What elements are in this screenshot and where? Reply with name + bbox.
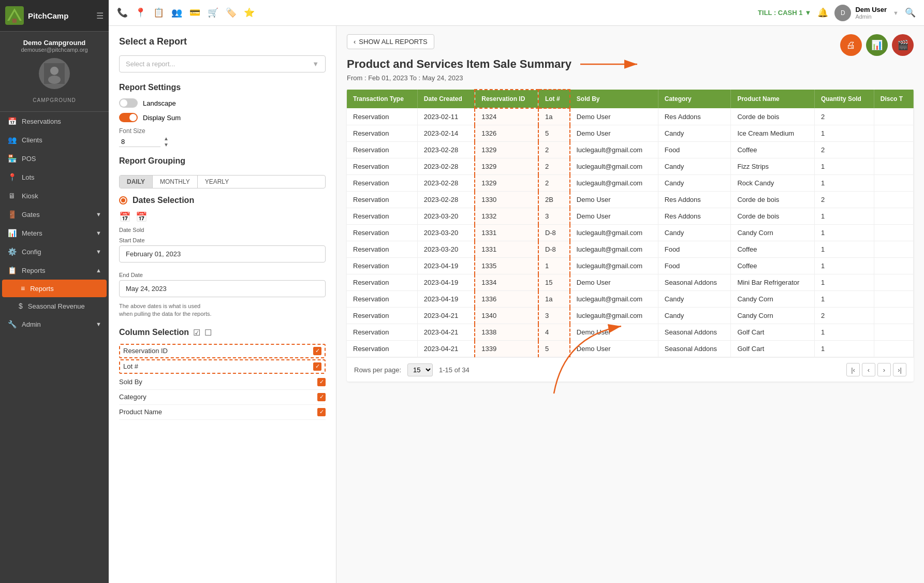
- col-checkbox-reservation-id[interactable]: ✓: [313, 347, 321, 355]
- sidebar-item-pos[interactable]: 🏪 POS: [0, 149, 109, 168]
- end-date-label: End Date: [119, 272, 326, 278]
- sidebar-item-kiosk[interactable]: 🖥 Kiosk: [0, 186, 109, 205]
- cart-icon[interactable]: 🛒: [208, 7, 218, 18]
- clipboard-icon[interactable]: 📋: [153, 7, 164, 18]
- uncheck-all-icon[interactable]: ☐: [204, 328, 212, 338]
- table-cell: Reservation: [347, 175, 417, 192]
- table-row: Reservation2023-04-19133415Demo UserSeas…: [347, 274, 914, 291]
- display-sum-label: Display Sum: [143, 114, 181, 122]
- title-annotation: [578, 56, 640, 72]
- sidebar-item-meters[interactable]: 📊 Meters ▼: [0, 224, 109, 242]
- print-button[interactable]: 🖨: [840, 34, 862, 56]
- th-quantity-sold: Quantity Sold: [814, 90, 874, 108]
- menu-icon[interactable]: ☰: [96, 11, 104, 21]
- col-checkbox-sold-by[interactable]: ✓: [317, 378, 326, 386]
- video-button[interactable]: 🎬: [892, 34, 914, 56]
- show-all-label: SHOW ALL REPORTS: [359, 38, 427, 46]
- sidebar-item-label: POS: [22, 155, 36, 163]
- kiosk-icon: 🖥: [7, 192, 17, 200]
- table-cell: Res Addons: [658, 192, 731, 208]
- dates-header: Dates Selection: [119, 196, 326, 205]
- dates-title: Dates Selection: [133, 196, 194, 205]
- table-cell: 2023-04-19: [417, 258, 475, 274]
- table-cell: Corde de bois: [731, 108, 815, 125]
- table-cell: [874, 291, 913, 308]
- date-sold-label: Date Sold: [119, 227, 326, 233]
- table-cell: [874, 125, 913, 142]
- table-cell: 1331: [475, 241, 538, 258]
- phone-icon[interactable]: 📞: [117, 7, 128, 18]
- tag-icon[interactable]: 🏷️: [226, 7, 237, 18]
- calendar-icon-2[interactable]: 📅: [136, 211, 147, 223]
- show-all-reports-button[interactable]: ‹ SHOW ALL REPORTS: [347, 34, 434, 49]
- col-item-lot-number: Lot # ✓: [119, 359, 326, 374]
- sidebar-item-reservations[interactable]: 📅 Reservations: [0, 112, 109, 130]
- landscape-toggle[interactable]: [119, 98, 138, 108]
- sidebar-item-label: Gates: [22, 211, 40, 218]
- table-cell: Reservation: [347, 291, 417, 308]
- svg-rect-2: [12, 19, 17, 23]
- table-cell: Demo User: [570, 341, 658, 357]
- next-page-button[interactable]: ›: [877, 363, 891, 376]
- col-checkbox-category[interactable]: ✓: [317, 393, 326, 401]
- table-cell: Reservation: [347, 125, 417, 142]
- search-icon[interactable]: 🔍: [905, 7, 916, 18]
- first-page-button[interactable]: |‹: [846, 363, 860, 376]
- sidebar-item-label: Reports: [22, 267, 46, 274]
- export-button[interactable]: 📊: [866, 34, 888, 56]
- bell-icon[interactable]: 🔔: [817, 7, 828, 18]
- star-icon[interactable]: ⭐: [244, 7, 255, 18]
- table-cell: Seasonal Addons: [658, 341, 731, 357]
- location-icon[interactable]: 📍: [135, 7, 146, 18]
- user-info: Dem User Admin: [855, 6, 887, 20]
- display-sum-toggle[interactable]: [119, 113, 138, 122]
- dates-radio[interactable]: [119, 196, 127, 205]
- sidebar-item-label: Kiosk: [22, 192, 38, 200]
- grouping-monthly-btn[interactable]: MONTHLY: [153, 176, 198, 188]
- grouping-daily-btn[interactable]: DAILY: [120, 176, 153, 188]
- table-cell: 2023-02-11: [417, 108, 475, 125]
- start-date-input[interactable]: [119, 245, 326, 263]
- prev-page-button[interactable]: ‹: [862, 363, 875, 376]
- people-icon[interactable]: 👥: [171, 7, 182, 18]
- sidebar-item-gates[interactable]: 🚪 Gates ▼: [0, 205, 109, 224]
- table-cell: 1335: [475, 258, 538, 274]
- font-size-down-icon[interactable]: ▼: [164, 142, 169, 148]
- font-size-input[interactable]: [119, 137, 160, 147]
- sidebar-item-admin[interactable]: 🔧 Admin ▼: [0, 315, 109, 333]
- calendar-icon-1[interactable]: 📅: [119, 211, 130, 223]
- font-size-up-icon[interactable]: ▲: [164, 136, 169, 142]
- sidebar-item-clients[interactable]: 👥 Clients: [0, 130, 109, 149]
- rows-per-page-label: Rows per page:: [354, 366, 401, 374]
- sidebar-item-reports-sub[interactable]: ≡ Reports: [2, 280, 107, 297]
- sidebar-item-lots[interactable]: 📍 Lots: [0, 168, 109, 186]
- col-checkbox-product-name[interactable]: ✓: [317, 408, 326, 416]
- chevron-down-icon: ▼: [96, 230, 101, 236]
- col-checkbox-lot-number[interactable]: ✓: [313, 362, 321, 371]
- sidebar-item-reports[interactable]: 📋 Reports ▲: [0, 261, 109, 280]
- table-cell: 2023-02-28: [417, 142, 475, 158]
- chevron-down-icon: ▼: [96, 211, 101, 217]
- sidebar-item-config[interactable]: ⚙️ Config ▼: [0, 242, 109, 261]
- check-all-icon[interactable]: ☑: [193, 328, 200, 338]
- payment-icon[interactable]: 💳: [189, 7, 200, 18]
- table-cell: 1: [814, 258, 874, 274]
- table-cell: Candy: [658, 125, 731, 142]
- rows-per-page-select[interactable]: 15 10 25 50: [407, 363, 433, 376]
- till-badge[interactable]: TILL : CASH 1 ▼: [758, 9, 811, 17]
- section-label: CAMPGROUND: [5, 93, 104, 104]
- sidebar-item-seasonal-revenue[interactable]: $ Seasonal Revenue: [0, 297, 109, 315]
- last-page-button[interactable]: ›|: [893, 363, 906, 376]
- report-dropdown[interactable]: Select a report... ▼: [119, 55, 326, 72]
- table-cell: [874, 274, 913, 291]
- user-menu[interactable]: D Dem User Admin ▼: [834, 5, 899, 21]
- col-label-lot-number: Lot #: [123, 362, 138, 370]
- table-cell: Reservation: [347, 192, 417, 208]
- end-date-input[interactable]: [119, 280, 326, 297]
- topbar: 📞 📍 📋 👥 💳 🛒 🏷️ ⭐ TILL : CASH 1 ▼ 🔔 D Dem…: [109, 0, 924, 26]
- grouping-yearly-btn[interactable]: YEARLY: [198, 176, 236, 188]
- th-lot-number: Lot #: [538, 90, 570, 108]
- table-cell: Demo User: [570, 108, 658, 125]
- table-cell: Golf Cart: [731, 341, 815, 357]
- table-cell: 3: [538, 208, 570, 225]
